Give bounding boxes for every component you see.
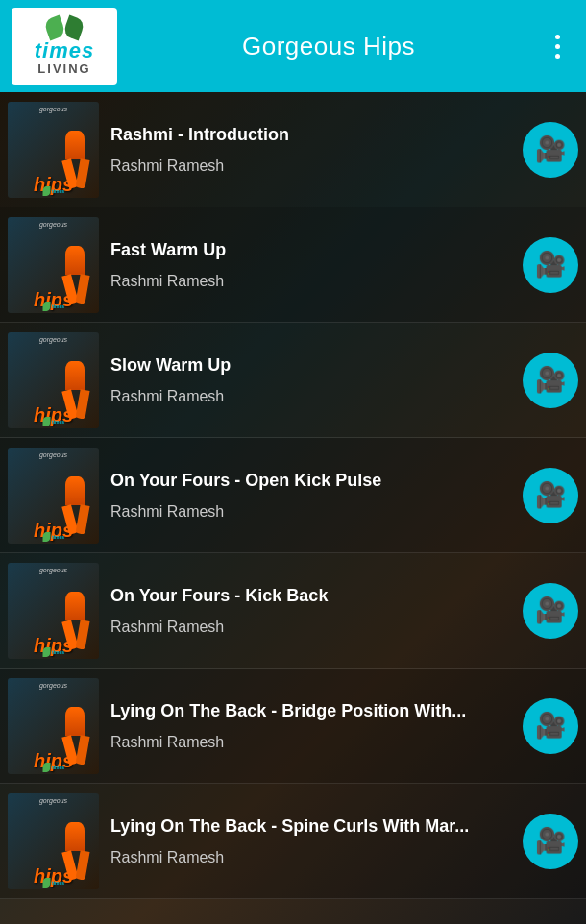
item-info: Fast Warm Up Rashmi Ramesh [99,239,523,290]
thumb-figure [51,476,99,534]
thumb-inner: gorgeous hips times [8,102,99,198]
thumb-inner: gorgeous hips times [8,678,99,774]
thumb-brand: times [42,532,64,542]
app-header: times LIVING Gorgeous Hips [0,0,586,92]
item-info: On Your Fours - Kick Back Rashmi Ramesh [99,585,523,636]
figure-body [51,246,99,304]
figure-leg2 [75,620,89,649]
figure-top [65,131,85,159]
item-info: Rashmi - Introduction Rashmi Ramesh [99,124,523,175]
thumbnail: gorgeous hips times [8,793,99,889]
figure-body [51,361,99,419]
item-title: Rashmi - Introduction [110,124,511,146]
leaf-left-icon [43,14,66,40]
thumb-brand: times [42,186,64,196]
thumb-inner: gorgeous hips times [8,448,99,544]
figure-body [51,822,99,880]
logo: times LIVING [12,8,117,85]
camera-icon: 🎥 [535,480,566,510]
figure-top [65,246,85,275]
leaf-right-icon [62,14,85,40]
thumb-gorgeous-text: gorgeous [12,567,95,573]
logo-leaves [46,17,83,38]
menu-dot-3 [555,54,560,59]
video-play-button[interactable]: 🎥 [523,237,578,293]
list-item[interactable]: gorgeous hips times [0,323,586,438]
overflow-menu-button[interactable] [540,27,574,66]
video-play-button[interactable]: 🎥 [523,353,578,408]
menu-dot-1 [555,35,560,39]
item-author: Rashmi Ramesh [110,388,511,405]
brand-leaf-icon [42,647,50,657]
item-author: Rashmi Ramesh [110,849,511,866]
thumb-brand: times [42,647,64,657]
video-play-button[interactable]: 🎥 [523,468,578,523]
item-title: Lying On The Back - Spine Curls With Mar… [110,815,511,838]
item-author: Rashmi Ramesh [110,619,511,636]
thumbnail: gorgeous hips times [8,217,99,313]
item-author: Rashmi Ramesh [110,273,511,290]
list-item[interactable]: gorgeous hips times [0,438,586,553]
video-play-button[interactable]: 🎥 [523,122,578,178]
item-info: Lying On The Back - Spine Curls With Mar… [99,815,523,866]
thumb-figure [51,707,99,765]
thumb-inner: gorgeous hips times [8,793,99,889]
camera-icon: 🎥 [535,250,566,280]
thumbnail: gorgeous hips times [8,563,99,659]
list-item[interactable]: gorgeous hips times [0,92,586,207]
brand-text: times [52,419,64,425]
list-item[interactable]: gorgeous hips times [0,553,586,669]
item-author: Rashmi Ramesh [110,734,511,751]
logo-living-text: LIVING [37,61,90,76]
header-title: Gorgeous Hips [117,32,540,61]
thumb-figure [51,822,99,880]
thumbnail: gorgeous hips times [8,678,99,774]
camera-icon: 🎥 [535,365,566,395]
menu-dot-2 [555,44,560,49]
video-play-button[interactable]: 🎥 [523,698,578,754]
item-info: Slow Warm Up Rashmi Ramesh [99,354,523,405]
brand-leaf-icon [42,302,50,311]
thumb-gorgeous-text: gorgeous [12,797,95,804]
thumb-figure [51,131,99,188]
figure-top [65,361,85,390]
figure-top [65,822,85,851]
figure-body [51,131,99,188]
figure-leg2 [75,504,89,534]
brand-leaf-icon [42,417,50,426]
item-info: On Your Fours - Open Kick Pulse Rashmi R… [99,470,523,521]
thumb-brand: times [42,763,64,772]
figure-leg2 [75,850,89,880]
camera-icon: 🎥 [535,711,566,741]
thumb-gorgeous-text: gorgeous [12,221,95,228]
item-author: Rashmi Ramesh [110,503,511,521]
video-list: gorgeous hips times [0,92,586,899]
list-item[interactable]: gorgeous hips times [0,207,586,323]
thumbnail: gorgeous hips times [8,332,99,428]
figure-leg2 [75,389,89,419]
thumb-brand: times [42,417,64,426]
figure-top [65,707,85,736]
thumb-inner: gorgeous hips times [8,332,99,428]
brand-text: times [52,649,64,655]
thumb-gorgeous-text: gorgeous [12,451,95,458]
video-play-button[interactable]: 🎥 [523,583,578,639]
item-title: On Your Fours - Open Kick Pulse [110,470,511,492]
list-item[interactable]: gorgeous hips times [0,784,586,899]
camera-icon: 🎥 [535,826,566,856]
thumb-figure [51,361,99,419]
video-play-button[interactable]: 🎥 [523,814,578,869]
logo-times-text: times [35,40,94,61]
item-title: Lying On The Back - Bridge Position With… [110,700,511,722]
thumbnail: gorgeous hips times [8,102,99,198]
figure-leg2 [75,274,89,304]
list-item[interactable]: gorgeous hips times [0,669,586,784]
item-author: Rashmi Ramesh [110,158,511,175]
item-title: On Your Fours - Kick Back [110,585,511,607]
figure-top [65,476,85,505]
camera-icon: 🎥 [535,134,566,164]
thumb-gorgeous-text: gorgeous [12,336,95,343]
figure-body [51,592,99,649]
item-title: Slow Warm Up [110,354,511,377]
brand-text: times [52,765,64,770]
